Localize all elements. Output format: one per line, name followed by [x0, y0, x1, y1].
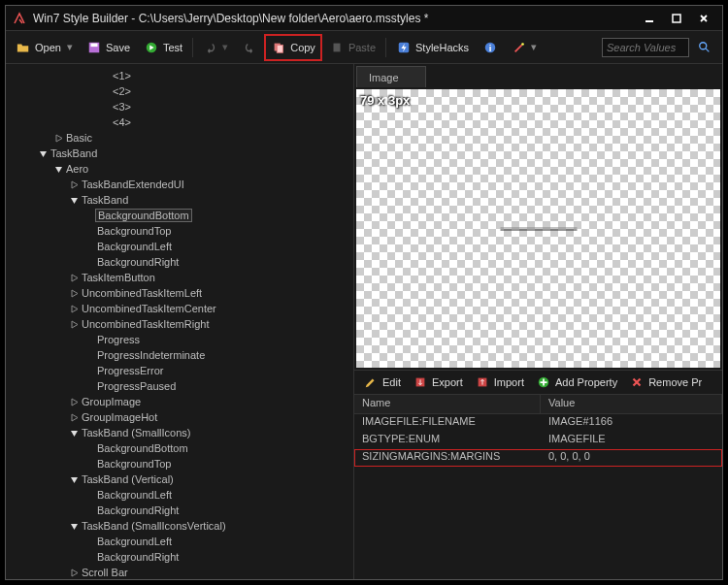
property-row[interactable]: SIZINGMARGINS:MARGINS0, 0, 0, 0 — [354, 449, 722, 467]
chevron-down-icon[interactable] — [68, 522, 80, 531]
tree-item[interactable]: Progress — [6, 332, 353, 347]
tree-item[interactable]: BackgroundRight — [6, 254, 353, 270]
save-label: Save — [106, 42, 130, 53]
image-preview[interactable]: 79 x 3px — [356, 89, 720, 368]
tree-item[interactable]: TaskBand — [6, 192, 353, 208]
tree-item[interactable]: <3> — [6, 99, 353, 114]
chevron-down-icon[interactable] — [68, 429, 80, 438]
tree-item[interactable]: TaskItemButton — [6, 270, 353, 285]
chevron-right-icon[interactable] — [68, 398, 80, 406]
separator — [192, 38, 193, 57]
right-panel: Image 79 x 3px Edit Export Import — [353, 64, 722, 579]
tree-item-label: TaskBand (Vertical) — [80, 473, 176, 485]
tree-item[interactable]: ProgressIndeterminate — [6, 347, 353, 363]
tree-item[interactable]: BackgroundLeft — [6, 239, 353, 254]
chevron-right-icon[interactable] — [68, 305, 80, 313]
tree-item[interactable]: Aero — [6, 161, 353, 177]
chevron-right-icon[interactable] — [52, 134, 64, 143]
test-button[interactable]: Test — [138, 35, 188, 60]
tree-item[interactable]: UncombinedTaskItemCenter — [6, 301, 353, 316]
chevron-down-icon: ▾ — [67, 41, 73, 53]
tree-item[interactable]: GroupImage — [6, 394, 353, 409]
tree-item-label: BackgroundTop — [95, 458, 173, 470]
tree-item[interactable]: BackgroundLeft — [6, 487, 353, 503]
tree-item[interactable]: BackgroundBottom — [6, 208, 353, 223]
import-button[interactable]: Import — [470, 372, 529, 393]
undo-icon — [203, 40, 218, 55]
open-button[interactable]: Open ▾ — [10, 35, 79, 60]
add-property-button[interactable]: Add Property — [531, 372, 622, 393]
tree-item[interactable]: <1> — [6, 68, 353, 83]
tree-item-label: TaskBand — [49, 147, 99, 159]
search-button[interactable] — [691, 35, 718, 60]
tree-item[interactable]: Scroll Bar — [6, 565, 353, 579]
chevron-right-icon[interactable] — [68, 180, 80, 189]
chevron-down-icon[interactable] — [37, 149, 49, 158]
chevron-down-icon[interactable] — [52, 165, 64, 174]
stylehacks-label: StyleHacks — [415, 42, 469, 53]
redo-button[interactable] — [236, 35, 263, 60]
chevron-right-icon[interactable] — [68, 569, 80, 577]
tree-item[interactable]: TaskBand (SmallIconsVertical) — [6, 518, 353, 534]
tree-item[interactable]: BackgroundRight — [6, 503, 353, 518]
tree-item[interactable]: TaskBand (SmallIcons) — [6, 425, 353, 440]
edit-button[interactable]: Edit — [358, 372, 406, 393]
tree-item[interactable]: GroupImageHot — [6, 409, 353, 425]
export-button[interactable]: Export — [408, 372, 468, 393]
stylehacks-button[interactable]: StyleHacks — [390, 35, 475, 60]
property-row[interactable]: IMAGEFILE:FILENAMEIMAGE#1166 — [354, 414, 722, 432]
tree-item[interactable]: ProgressError — [6, 363, 353, 378]
tree-item-label: UncombinedTaskItemLeft — [80, 287, 204, 299]
tree-item[interactable]: BackgroundRight — [6, 549, 353, 565]
tree-item[interactable]: TaskBand (Vertical) — [6, 471, 353, 487]
save-button[interactable]: Save — [81, 35, 136, 60]
column-value[interactable]: Value — [541, 395, 722, 413]
tree-item-label: <1> — [111, 70, 133, 81]
tree-item[interactable]: <2> — [6, 83, 353, 99]
remove-property-button[interactable]: Remove Pr — [624, 372, 707, 393]
magic-wand-icon — [512, 40, 527, 55]
close-button[interactable] — [691, 10, 716, 27]
tree-item-label: <2> — [111, 85, 133, 97]
tree-item-label: BackgroundBottom — [95, 209, 192, 222]
tree-item[interactable]: TaskBandExtendedUI — [6, 177, 353, 192]
tree-item[interactable]: TaskBand — [6, 146, 353, 161]
tree-item[interactable]: Basic — [6, 130, 353, 146]
tree-item[interactable]: BackgroundLeft — [6, 534, 353, 549]
chevron-right-icon[interactable] — [68, 320, 80, 329]
image-tab[interactable]: Image — [356, 66, 426, 87]
import-icon — [475, 374, 490, 390]
chevron-right-icon[interactable] — [68, 413, 80, 422]
minimize-button[interactable] — [637, 10, 662, 27]
wand-button[interactable]: ▾ — [506, 35, 543, 60]
tree-item-label: BackgroundRight — [95, 504, 181, 516]
undo-button[interactable]: ▾ — [197, 35, 234, 60]
tree-panel[interactable]: <1><2><3><4>BasicTaskBandAeroTaskBandExt… — [6, 64, 353, 579]
search-input[interactable] — [602, 38, 689, 57]
column-name[interactable]: Name — [354, 395, 541, 413]
titlebar[interactable]: Win7 Style Builder - C:\Users\Jerry\Desk… — [6, 6, 722, 31]
property-value: IMAGE#1166 — [541, 414, 722, 432]
tree-item[interactable]: ProgressPaused — [6, 378, 353, 394]
copy-button[interactable]: Copy — [265, 35, 321, 60]
pencil-icon — [363, 374, 379, 390]
chevron-right-icon[interactable] — [68, 289, 80, 298]
tree-item[interactable]: BackgroundTop — [6, 456, 353, 471]
tree-item[interactable]: UncombinedTaskItemRight — [6, 316, 353, 332]
chevron-down-icon[interactable] — [68, 196, 80, 205]
property-rows: IMAGEFILE:FILENAMEIMAGE#1166BGTYPE:ENUMI… — [354, 414, 722, 579]
tree-item[interactable]: BackgroundBottom — [6, 440, 353, 456]
chevron-down-icon[interactable] — [68, 475, 80, 484]
info-button[interactable]: i — [477, 35, 504, 60]
tree-item-label: GroupImage — [80, 396, 143, 407]
tree-item[interactable]: UncombinedTaskItemLeft — [6, 285, 353, 301]
tree-item[interactable]: <4> — [6, 114, 353, 130]
tree-item[interactable]: BackgroundTop — [6, 223, 353, 239]
paste-label: Paste — [348, 42, 376, 53]
maximize-button[interactable] — [664, 10, 689, 27]
app-window: Win7 Style Builder - C:\Users\Jerry\Desk… — [5, 5, 723, 580]
svg-rect-1 — [673, 15, 680, 22]
property-row[interactable]: BGTYPE:ENUMIMAGEFILE — [354, 432, 722, 449]
chevron-right-icon[interactable] — [68, 274, 80, 282]
window-controls — [637, 10, 716, 27]
